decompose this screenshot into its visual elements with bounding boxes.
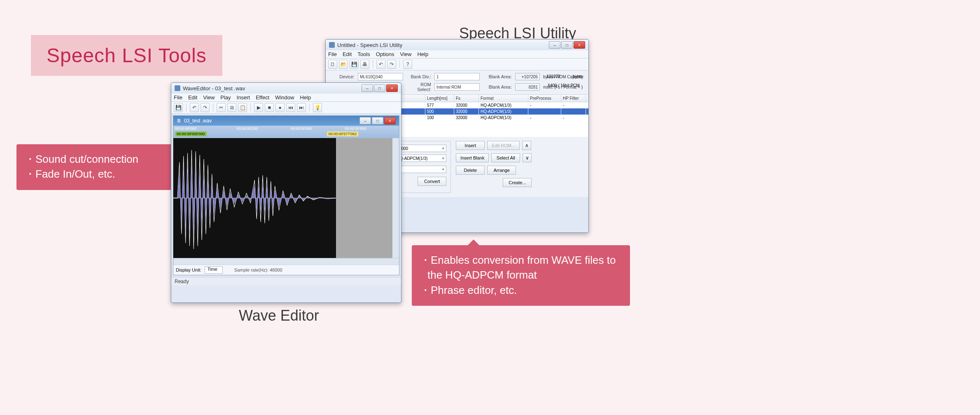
close-button[interactable]: × [574, 41, 585, 49]
util-title: Untitled - Speech LSI Utility [337, 42, 402, 48]
wave-titlebar[interactable]: WaveEditor - 03_test .wav – □ × [171, 83, 401, 94]
redo-icon[interactable]: ↷ [387, 60, 396, 69]
open-icon[interactable]: 📂 [339, 60, 348, 69]
create-button[interactable]: Create... [503, 178, 532, 187]
record-icon[interactable]: ● [275, 103, 285, 112]
copy-icon[interactable]: ⧉ [227, 103, 236, 112]
wave-doc-titlebar[interactable]: 🗎 03_test .wav – □ × [173, 116, 399, 126]
callout-util: Enables conversion from WAVE files to th… [412, 245, 630, 306]
ruler-mark: 00:00:00'600 [345, 127, 366, 131]
col-fs[interactable]: Fs [454, 95, 479, 102]
wave-footer: Display Unit: Time Sample rate(Hz): 4800… [173, 265, 399, 275]
wave-doc-title: 03_test .wav [184, 118, 212, 124]
undo-icon[interactable]: ↶ [190, 103, 199, 112]
menu-file[interactable]: File [174, 94, 182, 101]
display-unit-select[interactable]: Time [205, 266, 223, 274]
wave-statusbar: Ready [171, 277, 401, 286]
separator [373, 60, 373, 68]
blank-bytes-value: +107205 [515, 73, 540, 80]
menu-tools[interactable]: Tools [357, 51, 370, 57]
horizontal-scrollbar[interactable] [173, 258, 399, 265]
maximize-button[interactable]: □ [561, 41, 573, 49]
title-banner: Speech LSI Tools [31, 35, 222, 76]
bankdiv-label: Bank Div.: [406, 74, 431, 79]
fs-select[interactable]: 32000▾ [394, 145, 446, 152]
time-ruler[interactable]: 00:00:00'000 00:00:00'200 00:00:00'400 0… [173, 126, 399, 138]
col-format[interactable]: Format [479, 95, 528, 102]
close-button[interactable]: × [386, 84, 398, 92]
menu-view[interactable]: View [400, 51, 412, 57]
play-icon[interactable]: ▶ [254, 103, 263, 112]
help-icon[interactable]: ? [403, 60, 412, 69]
waveform-icon [173, 138, 336, 258]
menu-help[interactable]: Help [417, 51, 428, 57]
new-icon[interactable]: 🗋 [328, 60, 337, 69]
menu-options[interactable]: Options [376, 51, 394, 57]
callout-wave: Sound cut/connection Fade In/Out, etc. [16, 144, 173, 190]
util-titlebar[interactable]: Untitled - Speech LSI Utility – □ × [326, 40, 588, 50]
doc-maximize-button[interactable]: □ [372, 117, 383, 124]
help-icon[interactable]: 💡 [313, 103, 322, 112]
ruler-mark: 00:00:00'400 [291, 127, 312, 131]
filter-select[interactable]: ▾ [394, 166, 446, 173]
menu-file[interactable]: File [328, 51, 337, 57]
end-marker[interactable]: 00:00:00'577'062 [327, 131, 359, 136]
romselect-select[interactable]: Internal ROM [434, 83, 480, 91]
insert-blank-button[interactable]: Insert Blank [456, 153, 489, 162]
convert-button[interactable]: Convert [418, 177, 446, 186]
menu-insert[interactable]: Insert [237, 94, 250, 101]
display-unit-label: Display Unit: [176, 267, 201, 272]
start-marker[interactable]: 00:00:00'000'000 [175, 131, 207, 136]
forward-icon[interactable]: ⏭ [297, 103, 306, 112]
doc-minimize-button[interactable]: – [359, 117, 371, 124]
edit-rom-button[interactable]: Edit ROM... [487, 141, 520, 150]
col-length[interactable]: Length[ms] [425, 95, 454, 102]
waveform-display[interactable] [173, 138, 399, 258]
stop-icon[interactable]: ■ [265, 103, 274, 112]
menu-effect[interactable]: Effect [256, 94, 269, 101]
rom-capacity-value: 131072 [546, 74, 571, 79]
paren-close: ) [581, 85, 583, 89]
menu-edit[interactable]: Edit [188, 94, 197, 101]
print-icon[interactable]: 🖶 [360, 60, 369, 69]
bytes-unit: bytes [573, 74, 583, 79]
caption-wave-editor: Wave Editor [239, 307, 319, 324]
redo-icon[interactable]: ↷ [201, 103, 210, 112]
menu-play[interactable]: Play [220, 94, 231, 101]
vertical-scrollbar[interactable] [392, 138, 399, 258]
paste-icon[interactable]: 📋 [238, 103, 247, 112]
insert-button[interactable]: Insert [456, 141, 485, 150]
undo-icon[interactable]: ↶ [376, 60, 385, 69]
bankdiv-select[interactable]: 1 [434, 73, 480, 80]
ruler-mark: 00:00:00'000 [175, 127, 196, 131]
menu-edit[interactable]: Edit [343, 51, 352, 57]
cut-icon[interactable]: ✂ [217, 103, 226, 112]
minimize-button[interactable]: – [549, 41, 560, 49]
device-select[interactable]: ML610Q340 [358, 73, 403, 80]
rewind-icon[interactable]: ⏮ [286, 103, 295, 112]
col-hpfilter[interactable]: HP Filter [561, 95, 586, 102]
step-down-button[interactable]: ∨ [523, 153, 532, 162]
save-icon[interactable]: 💾 [174, 103, 183, 112]
util-menubar: File Edit Tools Options View Help [326, 50, 588, 59]
doc-close-button[interactable]: × [384, 117, 396, 124]
col-preprocess[interactable]: PreProcess [528, 95, 561, 102]
delete-button[interactable]: Delete [456, 166, 485, 175]
menu-view[interactable]: View [203, 94, 215, 101]
callout-wave-item: Sound cut/connection [25, 152, 163, 166]
maximize-button[interactable]: □ [374, 84, 385, 92]
wave-editor-window: WaveEditor - 03_test .wav – □ × File Edi… [171, 82, 401, 303]
format-select[interactable]: HQ-ADPCM(1/3)▾ [394, 155, 446, 162]
separator [186, 103, 187, 112]
menu-window[interactable]: Window [275, 94, 294, 101]
arrange-button[interactable]: Arrange [487, 166, 516, 175]
empty-region [336, 138, 392, 258]
minimize-button[interactable]: – [362, 84, 373, 92]
menu-help[interactable]: Help [300, 94, 311, 101]
fs-format-button[interactable]: 6400 / 16bit PCM [548, 83, 579, 91]
step-up-button[interactable]: ∧ [522, 141, 531, 150]
blank-ms-value: 8281 [515, 83, 540, 91]
save-icon[interactable]: 💾 [350, 60, 359, 69]
app-icon [329, 42, 335, 48]
select-all-button[interactable]: Select All [491, 153, 520, 162]
